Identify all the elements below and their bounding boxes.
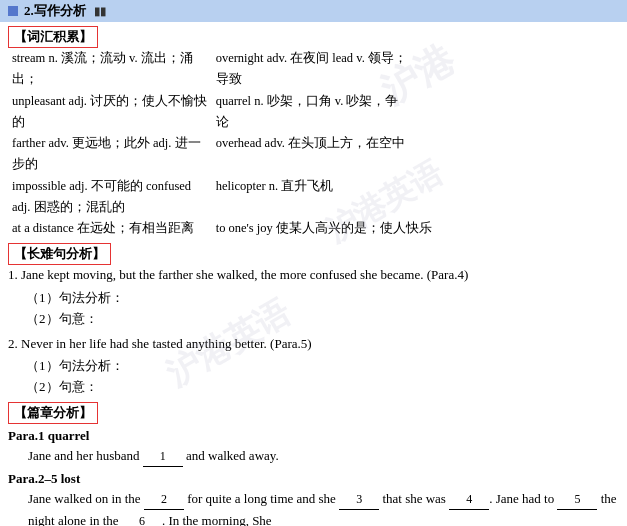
blank-5: 5 [557, 489, 597, 510]
sentence-sub2-label-1: （2）句意： [26, 311, 98, 326]
sentence-sub1-1: （1）句法分析： [8, 288, 619, 309]
para2-body: Jane walked on in the 2 for quite a long… [8, 488, 619, 526]
vocab-entry-13: to one's joy 使某人高兴的是；使人快乐 [212, 218, 619, 239]
article-header: 【篇章分析】 [8, 402, 619, 424]
vocab-grid: stream n. 溪流；流动 v. 流出；涌出； overnight adv.… [8, 48, 619, 239]
top-bar-squares: ▮▮ [94, 5, 106, 18]
sentence-sub1-label-1: （1）句法分析： [26, 290, 124, 305]
vocab-entry-2: overnight adv. 在夜间 lead v. 领导；导致 [212, 48, 416, 91]
vocab-entry-8: overhead adv. 在头顶上方，在空中 [212, 133, 416, 176]
article-section: 【篇章分析】 Para.1 quarrel Jane and her husba… [0, 400, 627, 526]
top-bar-label: 2.写作分析 [24, 2, 86, 20]
top-bar-icon [8, 6, 18, 16]
para1-body: Jane and her husband 1 and walked away. [8, 445, 619, 467]
vocab-header: 【词汇积累】 [8, 26, 619, 48]
vocab-entry-12: at a distance 在远处；有相当距离 [8, 218, 212, 239]
sentence-text-1: Jane kept moving, but the farther she wa… [21, 267, 468, 282]
blank-2: 2 [144, 489, 184, 510]
long-sentence-title: 【长难句分析】 [8, 243, 111, 265]
vocab-entry-10: impossible adj. 不可能的 confused adj. 困惑的；混… [8, 176, 212, 219]
blank-1: 1 [143, 446, 183, 467]
blank-4: 4 [449, 489, 489, 510]
vocab-entry-1: stream n. 溪流；流动 v. 流出；涌出； [8, 48, 212, 91]
sentence-item-1: 1. Jane kept moving, but the farther she… [8, 265, 619, 286]
vocab-entry-11: helicopter n. 直升飞机 [212, 176, 619, 219]
sentence-sub2-1: （2）句意： [8, 309, 619, 330]
sentence-sub1-label-2: （1）句法分析： [26, 358, 124, 373]
sentence-num-1: 1. [8, 267, 18, 282]
vocab-entry-5: quarrel n. 吵架，口角 v. 吵架，争论 [212, 91, 416, 134]
vocab-entry-7: farther adv. 更远地；此外 adj. 进一步的 [8, 133, 212, 176]
long-sentence-section: 【长难句分析】 1. Jane kept moving, but the far… [0, 241, 627, 400]
vocab-entry-3 [415, 48, 619, 91]
sentence-sub2-label-2: （2）句意： [26, 379, 98, 394]
para2-title: Para.2–5 lost [8, 471, 619, 487]
sentence-sub1-2: （1）句法分析： [8, 356, 619, 377]
top-bar: 2.写作分析 ▮▮ [0, 0, 627, 22]
blank-6: 6 [122, 511, 162, 526]
sentence-text-2: Never in her life had she tasted anythin… [21, 336, 312, 351]
vocab-entry-9 [415, 133, 619, 176]
vocab-entry-4: unpleasant adj. 讨厌的；使人不愉快的 [8, 91, 212, 134]
sentence-num-2: 2. [8, 336, 18, 351]
vocab-title: 【词汇积累】 [8, 26, 98, 48]
sentence-sub2-2: （2）句意： [8, 377, 619, 398]
long-sentence-header: 【长难句分析】 [8, 243, 619, 265]
vocab-section: 【词汇积累】 stream n. 溪流；流动 v. 流出；涌出； overnig… [0, 22, 627, 241]
sentence-item-2: 2. Never in her life had she tasted anyt… [8, 334, 619, 355]
vocab-entry-6 [415, 91, 619, 134]
para1-title: Para.1 quarrel [8, 428, 619, 444]
article-title: 【篇章分析】 [8, 402, 98, 424]
blank-3: 3 [339, 489, 379, 510]
